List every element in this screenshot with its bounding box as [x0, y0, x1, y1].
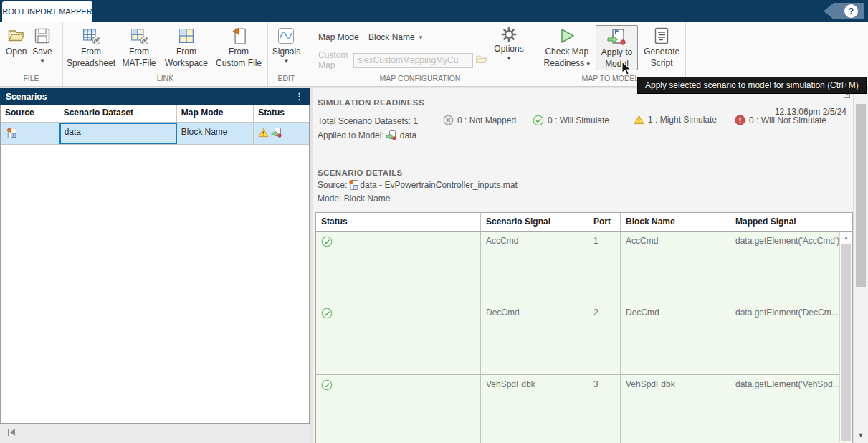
panel-scrollbar-thumb[interactable] — [856, 104, 866, 287]
port-cell: 1 — [588, 232, 621, 303]
block-name-cell: VehSpdFdbk — [621, 375, 730, 443]
apply-status-icon — [386, 130, 396, 140]
gear-icon — [501, 27, 517, 42]
collapse-left-icon — [6, 427, 17, 438]
mapped-signal-cell: data.getElement('DecCm... — [730, 303, 839, 374]
scenario-map-mode-cell[interactable]: Block Name — [177, 123, 254, 144]
scenario-source-row: Source: data - EvPowertrainController_in… — [318, 179, 518, 190]
panel-menu-button[interactable]: ⋮ — [295, 91, 304, 102]
caret-down-icon[interactable]: ▾ — [41, 58, 44, 65]
column-header-mapped-signal[interactable]: Mapped Signal — [730, 213, 839, 231]
custom-file-icon — [229, 27, 248, 45]
from-workspace-label-1: From — [176, 47, 196, 57]
table-scrollbar[interactable]: ▲ — [839, 232, 852, 442]
mapped-signal-cell: data.getElement('AccCmd') — [730, 232, 839, 303]
block-name-cell: AccCmd — [621, 232, 730, 303]
panel-scrollbar[interactable]: ▼ — [853, 88, 868, 443]
signals-icon — [277, 27, 295, 45]
simulation-readiness-heading: SIMULATION READINESS — [318, 98, 424, 107]
custom-map-label: Custom Map — [318, 50, 348, 70]
scenario-row[interactable]: data Block Name — [1, 123, 309, 145]
folder-open-icon — [475, 53, 488, 66]
column-header-block-name[interactable]: Block Name — [621, 213, 730, 231]
will-simulate-icon — [321, 308, 333, 319]
link-section-label: LINK — [63, 74, 267, 86]
scenarios-table-header: Source Scenario Dataset Map Mode Status — [1, 105, 309, 123]
save-icon — [33, 27, 52, 45]
apply-status-icon — [271, 127, 282, 138]
root-inport-mapper-window: ROOT INPORT MAPPER ? Open — [0, 0, 868, 443]
scenario-signal-cell: AccCmd — [481, 232, 588, 303]
caret-down-icon: ▾ — [507, 55, 511, 62]
stat-will-simulate: 0 : Will Simulate — [533, 115, 609, 126]
column-header-status[interactable]: Status — [254, 105, 309, 123]
scenarios-panel-header: Scenarios ⋮ — [0, 88, 310, 105]
options-button[interactable]: Options ▾ — [486, 25, 532, 70]
custom-map-field[interactable] — [353, 53, 473, 68]
signals-button[interactable]: Signals ▾ — [272, 25, 300, 65]
column-header-status[interactable]: Status — [316, 213, 481, 231]
from-workspace-button[interactable]: From Workspace — [162, 25, 211, 69]
column-header-source[interactable]: Source — [1, 105, 59, 123]
from-mat-file-label-2: MAT-File — [122, 58, 156, 68]
ribbon-group-map-configuration: Map Mode Block Name ▾ Custom Map — [305, 22, 535, 86]
applied-to-model-row: Applied to Model: data — [318, 130, 416, 140]
custom-map-browse-button[interactable] — [475, 53, 488, 68]
column-header-scenario-signal[interactable]: Scenario Signal — [481, 213, 588, 231]
save-label: Save — [32, 47, 52, 57]
table-scrollbar-thumb[interactable] — [841, 244, 851, 441]
scenarios-title: Scenarios — [6, 92, 47, 102]
column-header-port[interactable]: Port — [588, 213, 621, 231]
scroll-down-icon[interactable]: ▼ — [854, 432, 868, 439]
edit-section-label: EDIT — [268, 74, 305, 86]
scenario-details-heading: SCENARIO DETAILS — [318, 168, 403, 177]
signals-label: Signals — [272, 47, 300, 57]
generate-script-label-1: Generate — [644, 47, 679, 57]
table-row[interactable]: AccCmd 1 AccCmd data.getElement('AccCmd'… — [316, 232, 852, 303]
scenario-file-icon — [348, 179, 359, 190]
from-workspace-label-2: Workspace — [165, 58, 208, 68]
tooltip: Apply selected scenario to model for sim… — [637, 77, 867, 94]
generate-script-button[interactable]: Generate Script — [638, 25, 685, 69]
scroll-up-icon[interactable]: ▲ — [840, 234, 852, 241]
scenario-signal-cell: DecCmd — [481, 303, 588, 374]
file-section-label: FILE — [0, 74, 62, 86]
from-mat-file-button[interactable]: From MAT-File — [116, 25, 162, 69]
play-icon — [558, 27, 576, 45]
scenario-source-cell — [1, 123, 59, 144]
caret-down-icon[interactable]: ▾ — [285, 58, 288, 65]
from-custom-file-button[interactable]: From Custom File — [211, 25, 267, 69]
mouse-cursor — [621, 61, 632, 80]
tab-title: ROOT INPORT MAPPER — [2, 7, 92, 16]
from-spreadsheet-button[interactable]: From Spreadsheet — [66, 25, 116, 69]
might-simulate-icon — [634, 115, 644, 125]
total-datasets: Total Scenario Datasets: 1 — [318, 116, 418, 126]
check-map-readiness-button[interactable]: Check Map Readiness ▾ — [538, 25, 596, 69]
detail-panel: SIMULATION READINESS 12:13:06pm 2/5/24 T… — [313, 88, 868, 443]
column-header-map-mode[interactable]: Map Mode — [177, 105, 254, 123]
table-row[interactable]: DecCmd 2 DecCmd data.getElement('DecCm..… — [316, 303, 852, 375]
table-row[interactable]: VehSpdFdbk 3 VehSpdFdbk data.getElement(… — [316, 375, 852, 443]
stat-will-not-simulate: 0 : Will Not Simulate — [735, 115, 826, 125]
open-button[interactable]: Open — [6, 25, 27, 57]
map-mode-dropdown[interactable]: Block Name ▾ — [368, 32, 422, 42]
will-not-simulate-icon — [735, 115, 745, 125]
ribbon-group-edit: Signals ▾ EDIT — [268, 22, 305, 86]
column-header-scenario-dataset[interactable]: Scenario Dataset — [59, 105, 177, 123]
save-button[interactable]: Save ▾ — [32, 25, 52, 65]
folder-open-icon — [7, 27, 26, 45]
block-name-cell: DecCmd — [621, 303, 730, 374]
ellipsis-icon: ⋮ — [295, 91, 304, 102]
generate-script-icon — [652, 27, 671, 45]
title-bar: ROOT INPORT MAPPER ? — [0, 0, 868, 22]
scenario-dataset-cell[interactable]: data — [59, 123, 177, 144]
scenario-mode-row: Mode: Block Name — [318, 194, 390, 204]
from-spreadsheet-label-1: From — [81, 47, 101, 57]
scenarios-panel: Scenarios ⋮ Source Scenario Dataset Map … — [0, 88, 310, 443]
scenario-file-icon — [5, 127, 17, 138]
collapse-panel-button[interactable] — [6, 427, 17, 441]
check-map-readiness-label-1: Check Map — [545, 47, 588, 57]
root-inport-mapper-tab[interactable]: ROOT INPORT MAPPER — [2, 1, 92, 22]
help-icon[interactable]: ? — [844, 4, 858, 18]
generate-script-label-2: Script — [651, 58, 673, 68]
